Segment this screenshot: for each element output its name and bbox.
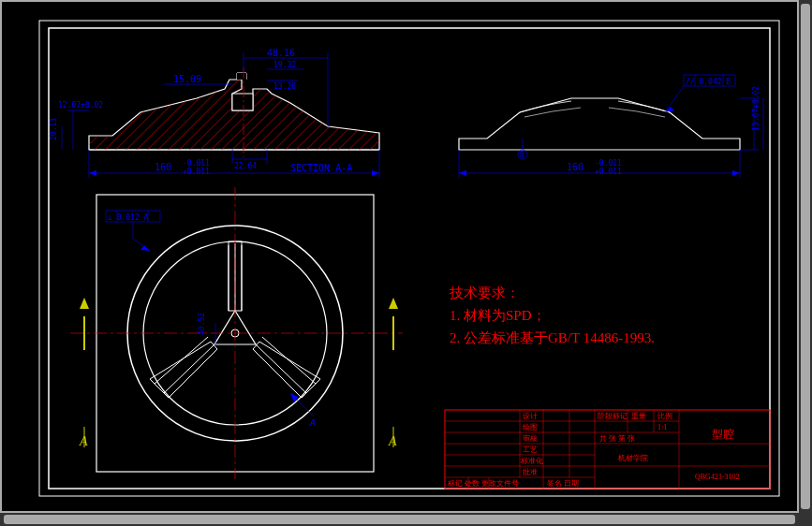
svg-text:批准: 批准: [523, 468, 538, 476]
svg-text:签名 日期: 签名 日期: [547, 479, 579, 488]
dim-rv: 13.07+0.02: [752, 86, 760, 131]
svg-marker-37: [732, 170, 740, 176]
svg-text:机材学院: 机材学院: [618, 454, 648, 462]
notes-2: 2. 公差标准基于GB/T 14486-1993.: [450, 330, 655, 345]
marker-a1: A: [79, 434, 88, 448]
svg-marker-50: [140, 245, 150, 251]
svg-marker-59: [389, 298, 398, 309]
svg-text:重量: 重量: [631, 412, 646, 420]
svg-text:比例: 比例: [657, 412, 672, 420]
svg-text:绘图: 绘图: [523, 423, 538, 431]
dim-160-r-t2: +0.011: [595, 168, 622, 176]
datum-b: B: [520, 151, 524, 159]
plan-dim: 40.52: [198, 313, 206, 335]
scrollbar-corner: [799, 513, 812, 526]
dim-160-l-t2: +0.011: [183, 168, 210, 176]
svg-text:阶段标记: 阶段标记: [598, 412, 627, 420]
svg-text:A: A: [309, 417, 315, 428]
gdt-1: ⊥ 0.012 A: [108, 213, 149, 222]
svg-text:共 张 第 张: 共 张 第 张: [599, 434, 635, 443]
notes-title: 技术要求：: [449, 285, 520, 300]
notes-1: 1. 材料为SPD；: [450, 308, 546, 323]
svg-text:1:1: 1:1: [657, 423, 667, 431]
gdt-2: // 0.042 B: [686, 78, 731, 86]
dim-19: 19.32: [273, 61, 296, 69]
plan-view: ⊥ 0.012 A A 40.52 A A: [70, 187, 403, 479]
scrollbar-horizontal-thumb[interactable]: [4, 515, 795, 524]
svg-text:型腔: 型腔: [712, 428, 734, 441]
svg-text:审核: 审核: [523, 434, 538, 443]
svg-marker-20: [89, 170, 96, 176]
dim-v1: 12.07±0.02: [58, 101, 103, 110]
section-marker-left: A: [79, 298, 89, 448]
tech-notes: 技术要求： 1. 材料为SPD； 2. 公差标准基于GB/T 14486-199…: [449, 285, 655, 345]
cad-canvas: 48.16 19.32 13.28 15.09 12.07±0.02 20.13…: [0, 0, 812, 526]
svg-text:设计: 设计: [523, 412, 538, 420]
marker-a2: A: [388, 434, 397, 448]
dim-160-r-t1: -0.011: [595, 159, 622, 168]
side-elevation: // 0.042 B 13.07+0.02 B 160 -0.011 +0.01…: [459, 75, 763, 178]
section-marker-right: A: [388, 298, 398, 448]
title-block: 设计 绘图 审核 工艺 标准化 批准 阶段标记 重量 比例 1:1 共 张 第 …: [445, 410, 770, 489]
dim-48: 48.16: [267, 48, 295, 58]
svg-text:标准化: 标准化: [520, 457, 543, 465]
svg-marker-36: [459, 170, 466, 176]
svg-marker-21: [372, 170, 379, 176]
svg-marker-26: [665, 107, 674, 112]
svg-line-25: [665, 86, 684, 112]
window-border: [1, 1, 798, 512]
dim-160-l-t1: -0.011: [183, 159, 210, 168]
svg-rect-1: [232, 94, 253, 110]
svg-rect-3: [237, 73, 246, 80]
drawing-frame-outer: [39, 21, 779, 496]
dim-160-r: 160: [567, 162, 583, 172]
svg-text:工艺: 工艺: [523, 446, 538, 454]
svg-text:标记 处数 更改文件号: 标记 处数 更改文件号: [447, 479, 519, 488]
dim-22: 22.64: [234, 162, 257, 170]
dim-13: 13.28: [273, 82, 296, 91]
svg-text:QBG421-3102: QBG421-3102: [695, 473, 740, 481]
section-label: SECTION A-A: [290, 163, 352, 173]
dim-v2: 20.13: [50, 118, 58, 140]
dim-15: 15.09: [173, 74, 201, 84]
svg-marker-56: [80, 298, 89, 309]
scrollbar-vertical-thumb[interactable]: [801, 4, 810, 509]
dim-160-l: 160: [155, 162, 171, 172]
section-view: 48.16 19.32 13.28 15.09 12.07±0.02 20.13…: [50, 48, 379, 178]
